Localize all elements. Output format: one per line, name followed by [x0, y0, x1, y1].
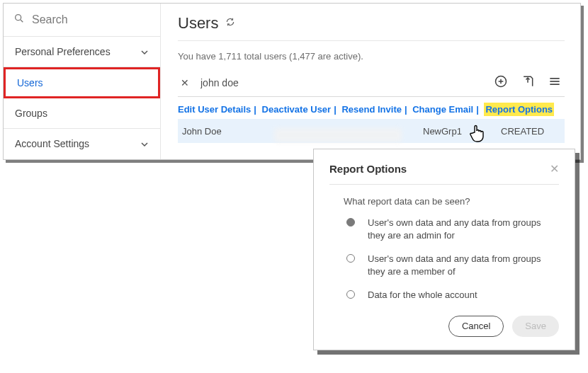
report-options-modal: Report Options ✕ What report data can be… — [313, 149, 575, 350]
user-search-input[interactable] — [192, 77, 494, 88]
add-user-button[interactable] — [494, 74, 508, 91]
sidebar-item-label: Personal Preferences — [15, 46, 111, 57]
search-actions — [494, 74, 565, 91]
app-frame: Search Personal Preferences Users Groups… — [3, 3, 581, 160]
cell-status: CREATED — [501, 126, 560, 137]
radio-option-1[interactable]: User's own data and any data from groups… — [329, 253, 559, 289]
sidebar-item-label: Groups — [15, 108, 47, 119]
svg-point-0 — [16, 15, 21, 21]
sidebar-item-personal-preferences[interactable]: Personal Preferences — [4, 37, 160, 67]
radio-label: Data for the whole account — [368, 289, 477, 302]
sidebar-item-groups[interactable]: Groups — [4, 98, 160, 129]
sidebar-item-users[interactable]: Users — [4, 67, 160, 98]
page-title: Users — [178, 14, 218, 33]
sidebar-item-account-settings[interactable]: Account Settings — [4, 129, 160, 159]
sidebar-search-placeholder: Search — [32, 13, 68, 26]
divider — [178, 40, 565, 41]
refresh-icon[interactable] — [225, 17, 235, 30]
menu-icon[interactable] — [548, 74, 562, 91]
page-title-row: Users — [178, 11, 565, 36]
radio-icon — [346, 254, 355, 263]
close-icon[interactable]: ✕ — [550, 162, 559, 176]
link-report-options[interactable]: Report Options — [485, 104, 553, 115]
modal-question: What report data can be seen? — [329, 196, 559, 207]
obscured-email — [274, 128, 402, 142]
user-search-bar: ✕ — [178, 69, 565, 97]
link-deactivate-user[interactable]: Deactivate User — [262, 104, 332, 115]
sidebar: Search Personal Preferences Users Groups… — [4, 4, 161, 159]
radio-label: User's own data and any data from groups… — [368, 253, 559, 277]
svg-line-1 — [21, 20, 23, 22]
chevron-down-icon — [140, 47, 149, 56]
clear-search-button[interactable]: ✕ — [178, 77, 192, 88]
main-content: Users You have 1,711 total users (1,477 … — [161, 4, 580, 159]
radio-option-2[interactable]: Data for the whole account — [329, 289, 559, 313]
export-button[interactable] — [521, 74, 535, 91]
link-edit-user-details[interactable]: Edit User Details — [178, 104, 251, 115]
chevron-down-icon — [140, 139, 149, 148]
save-button[interactable]: Save — [512, 316, 559, 337]
sidebar-item-label: Users — [17, 77, 43, 88]
sidebar-item-label: Account Settings — [15, 138, 89, 149]
link-change-email[interactable]: Change Email — [412, 104, 473, 115]
table-row[interactable]: John Doe NewGrp1 CREATED — [178, 119, 565, 143]
link-resend-invite[interactable]: Resend Invite — [341, 104, 402, 115]
cell-group: NewGrp1 — [423, 126, 501, 137]
cell-name: John Doe — [182, 126, 274, 137]
user-count-summary: You have 1,711 total users (1,477 are ac… — [178, 51, 565, 62]
radio-label: User's own data and any data from groups… — [368, 217, 559, 241]
divider — [329, 184, 559, 185]
modal-actions: Cancel Save — [329, 316, 559, 337]
radio-option-0[interactable]: User's own data and any data from groups… — [329, 217, 559, 253]
radio-icon — [346, 290, 355, 299]
cancel-button[interactable]: Cancel — [448, 316, 504, 337]
modal-header: Report Options ✕ — [329, 162, 559, 176]
modal-title: Report Options — [329, 163, 407, 175]
radio-icon — [346, 218, 355, 226]
sidebar-search[interactable]: Search — [4, 4, 160, 37]
search-icon — [13, 13, 25, 27]
user-action-links: Edit User Details| Deactivate User| Rese… — [178, 104, 565, 115]
